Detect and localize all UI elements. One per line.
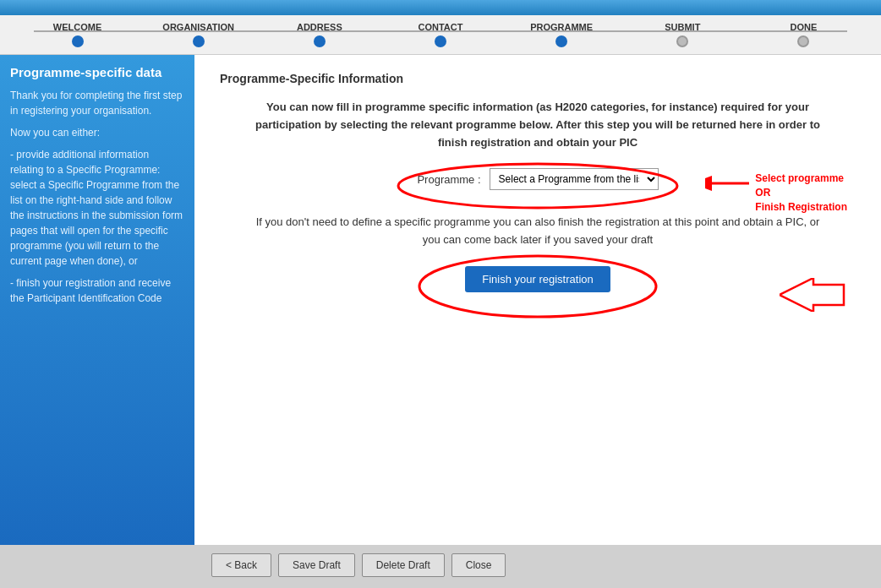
sidebar-para4: - finish your registration and receive t… bbox=[10, 275, 184, 306]
wizard-step-address: ADDRESS bbox=[259, 22, 380, 47]
programme-select[interactable]: Select a Programme from the list bbox=[490, 168, 659, 190]
divider-text: If you don't need to define a specific p… bbox=[220, 214, 856, 249]
finish-section: Finish your registration bbox=[220, 266, 856, 292]
svg-marker-5 bbox=[780, 278, 844, 312]
back-button[interactable]: < Back bbox=[211, 553, 271, 577]
sidebar-para1: Thank you for completing the first step … bbox=[10, 88, 184, 118]
wizard-bar: WELCOME ORGANISATION ADDRESS CONTACT PRO… bbox=[0, 15, 881, 55]
page-title: Programme-Specific Information bbox=[220, 72, 856, 85]
finish-arrow-icon bbox=[780, 278, 847, 312]
finish-annotation bbox=[780, 278, 847, 312]
bottom-bar: < Back Save Draft Delete Draft Close bbox=[0, 545, 881, 585]
wizard-step-contact: CONTACT bbox=[380, 22, 501, 47]
finish-row: Finish your registration bbox=[220, 266, 856, 292]
step-dot-contact bbox=[435, 35, 446, 47]
delete-draft-button[interactable]: Delete Draft bbox=[362, 553, 445, 577]
sidebar: Programme-specific data Thank you for co… bbox=[0, 55, 194, 545]
wizard-steps: WELCOME ORGANISATION ADDRESS CONTACT PRO… bbox=[17, 22, 864, 54]
sidebar-para2: Now you can either: bbox=[10, 125, 184, 140]
wizard-step-organisation: ORGANISATION bbox=[138, 22, 259, 47]
programme-annotation-text: Select programme OR Finish Registration bbox=[755, 172, 847, 214]
step-dot-organisation bbox=[193, 35, 205, 47]
save-draft-button[interactable]: Save Draft bbox=[278, 553, 355, 577]
step-dot-address bbox=[314, 35, 326, 47]
programme-section: Programme : Select a Programme from the … bbox=[220, 168, 856, 190]
content-area: Programme-Specific Information You can n… bbox=[194, 55, 881, 545]
step-dot-done bbox=[797, 35, 809, 47]
wizard-step-programme: PROGRAMME bbox=[501, 22, 622, 47]
top-bar bbox=[0, 0, 881, 15]
step-dot-submit bbox=[676, 35, 688, 47]
sidebar-para3: - provide additional information relatin… bbox=[10, 147, 184, 269]
main-container: Programme-specific data Thank you for co… bbox=[0, 55, 881, 545]
step-dot-programme bbox=[555, 35, 567, 47]
programme-label: Programme : bbox=[417, 173, 480, 186]
sidebar-title: Programme-specific data bbox=[10, 65, 184, 79]
programme-arrow-icon bbox=[705, 172, 752, 195]
close-button[interactable]: Close bbox=[451, 553, 506, 577]
info-text: You can now fill in programme specific i… bbox=[220, 99, 856, 151]
programme-annotation: Select programme OR Finish Registration bbox=[705, 172, 847, 214]
step-dot-welcome bbox=[72, 35, 84, 47]
wizard-step-submit: SUBMIT bbox=[622, 22, 743, 47]
finish-registration-button[interactable]: Finish your registration bbox=[465, 266, 610, 292]
wizard-step-welcome: WELCOME bbox=[17, 22, 138, 47]
wizard-step-done: DONE bbox=[743, 22, 864, 47]
